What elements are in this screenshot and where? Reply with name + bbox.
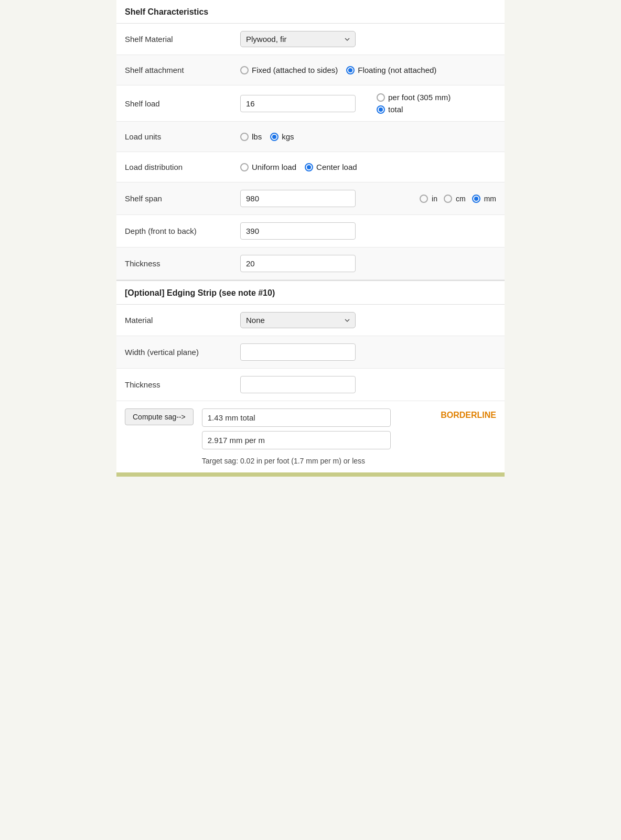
load-unit-options: per foot (305 mm) total: [377, 93, 456, 114]
thickness-row: Thickness: [116, 247, 505, 280]
edging-width-label: Width (vertical plane): [125, 348, 240, 357]
edging-width-controls: [240, 343, 496, 361]
depth-controls: [240, 222, 496, 240]
span-mm-radio[interactable]: [472, 195, 480, 203]
target-sag-text: Target sag: 0.02 in per foot (1.7 mm per…: [202, 454, 432, 465]
edging-material-label: Material: [125, 316, 240, 325]
results-area: 1.43 mm total 2.917 mm per m Target sag:…: [202, 408, 432, 465]
compute-sag-button[interactable]: Compute sag-->: [125, 408, 194, 425]
depth-row: Depth (front to back): [116, 215, 505, 247]
result-per-m: 2.917 mm per m: [202, 431, 391, 449]
load-units-row: Load units lbs kgs: [116, 122, 505, 152]
load-kgs-label: kgs: [282, 132, 294, 141]
edging-thickness-label: Thickness: [125, 380, 240, 389]
depth-input[interactable]: [240, 222, 356, 240]
load-lbs-label: lbs: [252, 132, 262, 141]
shelf-material-controls: Plywood, fir Solid wood, pine MDF Partic…: [240, 31, 496, 47]
span-in-label: in: [432, 195, 437, 203]
span-unit-group: in cm mm: [420, 195, 496, 203]
edging-width-row: Width (vertical plane): [116, 336, 505, 369]
load-units-controls: lbs kgs: [240, 132, 496, 141]
load-total-option[interactable]: total: [377, 105, 451, 114]
compute-row: Compute sag--> 1.43 mm total 2.917 mm pe…: [116, 401, 505, 472]
load-lbs-radio[interactable]: [240, 133, 249, 141]
shelf-material-row: Shelf Material Plywood, fir Solid wood, …: [116, 24, 505, 55]
attachment-fixed-label: Fixed (attached to sides): [252, 66, 338, 74]
span-cm-label: cm: [456, 195, 466, 203]
span-in-radio[interactable]: [420, 195, 428, 203]
load-center-radio[interactable]: [305, 163, 313, 171]
load-per-foot-option[interactable]: per foot (305 mm): [377, 93, 451, 102]
edging-thickness-row: Thickness: [116, 369, 505, 401]
borderline-status: BORDERLINE: [441, 408, 496, 420]
edging-thickness-controls: [240, 376, 496, 393]
edging-thickness-input[interactable]: [240, 376, 356, 393]
load-units-label: Load units: [125, 132, 240, 141]
load-lbs-option[interactable]: lbs: [240, 132, 262, 141]
shelf-span-label: Shelf span: [125, 194, 240, 203]
load-per-foot-label: per foot (305 mm): [388, 93, 451, 102]
shelf-attachment-label: Shelf attachment: [125, 66, 240, 74]
edging-material-select[interactable]: None Solid wood Plywood Aluminum Steel: [240, 312, 356, 328]
shelf-material-label: Shelf Material: [125, 35, 240, 44]
load-distribution-controls: Uniform load Center load: [240, 163, 496, 171]
shelf-material-select[interactable]: Plywood, fir Solid wood, pine MDF Partic…: [240, 31, 356, 47]
load-uniform-option[interactable]: Uniform load: [240, 163, 296, 171]
shelf-attachment-controls: Fixed (attached to sides) Floating (not …: [240, 66, 496, 74]
thickness-input[interactable]: [240, 255, 356, 272]
load-uniform-radio[interactable]: [240, 163, 249, 171]
depth-label: Depth (front to back): [125, 227, 240, 235]
load-center-label: Center load: [316, 163, 357, 171]
load-kgs-option[interactable]: kgs: [270, 132, 294, 141]
load-center-option[interactable]: Center load: [305, 163, 357, 171]
shelf-load-input[interactable]: [240, 95, 356, 112]
edging-strip-header: [Optional] Edging Strip (see note #10): [116, 280, 505, 305]
shelf-characteristics-header: Shelf Characteristics: [116, 0, 505, 24]
load-uniform-label: Uniform load: [252, 163, 296, 171]
attachment-floating-option[interactable]: Floating (not attached): [346, 66, 436, 74]
shelf-attachment-row: Shelf attachment Fixed (attached to side…: [116, 55, 505, 85]
span-mm-label: mm: [484, 195, 496, 203]
attachment-floating-radio[interactable]: [346, 66, 355, 74]
result-total: 1.43 mm total: [202, 408, 391, 427]
load-total-label: total: [388, 105, 403, 114]
shelf-span-controls: in cm mm: [240, 190, 496, 207]
load-kgs-radio[interactable]: [270, 133, 279, 141]
span-in-option[interactable]: in: [420, 195, 437, 203]
edging-width-input[interactable]: [240, 343, 356, 361]
thickness-controls: [240, 255, 496, 272]
shelf-span-row: Shelf span in cm mm: [116, 182, 505, 215]
shelf-span-input[interactable]: [240, 190, 356, 207]
bottom-bar: [116, 472, 505, 477]
load-per-foot-radio[interactable]: [377, 93, 385, 102]
span-mm-option[interactable]: mm: [472, 195, 496, 203]
attachment-fixed-radio[interactable]: [240, 66, 249, 74]
attachment-fixed-option[interactable]: Fixed (attached to sides): [240, 66, 338, 74]
load-total-radio[interactable]: [377, 105, 385, 114]
edging-material-row: Material None Solid wood Plywood Aluminu…: [116, 305, 505, 336]
shelf-load-row: Shelf load per foot (305 mm) total: [116, 85, 505, 122]
thickness-label: Thickness: [125, 259, 240, 268]
edging-material-controls: None Solid wood Plywood Aluminum Steel: [240, 312, 496, 328]
shelf-load-controls: per foot (305 mm) total: [240, 93, 496, 114]
attachment-floating-label: Floating (not attached): [358, 66, 436, 74]
shelf-load-label: Shelf load: [125, 99, 240, 108]
load-distribution-label: Load distribution: [125, 163, 240, 171]
span-cm-radio[interactable]: [444, 195, 452, 203]
span-cm-option[interactable]: cm: [444, 195, 466, 203]
load-distribution-row: Load distribution Uniform load Center lo…: [116, 152, 505, 182]
